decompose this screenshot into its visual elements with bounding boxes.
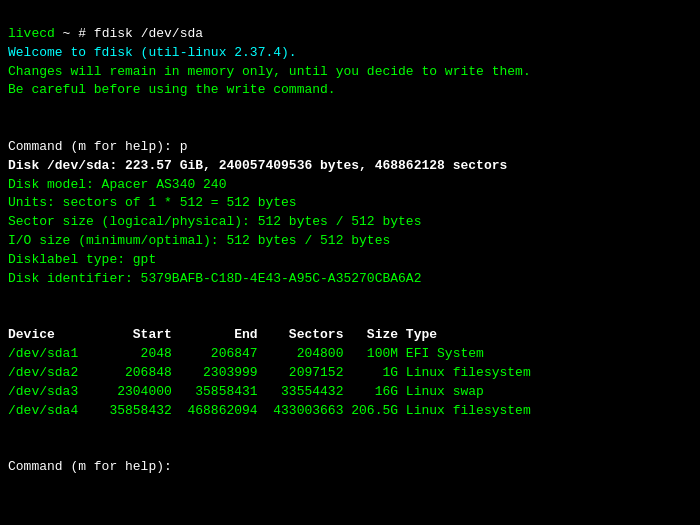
disk-info1: Disk /dev/sda: 223.57 GiB, 240057409536 … xyxy=(8,158,507,173)
disk-model: Disk model: Apacer AS340 240 xyxy=(8,177,226,192)
careful-line: Be careful before using the write comman… xyxy=(8,82,336,97)
command1: Command (m for help): p xyxy=(8,139,187,154)
table-row-2: /dev/sda2 206848 2303999 2097152 1G Linu… xyxy=(8,365,531,380)
prompt-user: livecd xyxy=(8,26,55,41)
blank2 xyxy=(8,309,16,324)
table-header: Device Start End Sectors Size Type xyxy=(8,327,437,342)
table-row-3: /dev/sda3 2304000 35858431 33554432 16G … xyxy=(8,384,484,399)
command-prompt2[interactable]: Command (m for help): xyxy=(8,459,172,474)
table-row-1: /dev/sda1 2048 206847 204800 100M EFI Sy… xyxy=(8,346,484,361)
blank1 xyxy=(8,120,16,135)
units: Units: sectors of 1 * 512 = 512 bytes xyxy=(8,195,297,210)
table-row-4: /dev/sda4 35858432 468862094 433003663 2… xyxy=(8,403,531,418)
disk-id: Disk identifier: 5379BAFB-C18D-4E43-A95C… xyxy=(8,271,421,286)
changes-line: Changes will remain in memory only, unti… xyxy=(8,64,531,79)
blank3 xyxy=(8,440,16,455)
welcome-line: Welcome to fdisk (util-linux 2.37.4). xyxy=(8,45,297,60)
terminal-window: livecd ~ # fdisk /dev/sda Welcome to fdi… xyxy=(0,0,700,525)
prompt-separator: ~ # xyxy=(55,26,94,41)
disklabel: Disklabel type: gpt xyxy=(8,252,156,267)
sector-size: Sector size (logical/physical): 512 byte… xyxy=(8,214,421,229)
io-size: I/O size (minimum/optimal): 512 bytes / … xyxy=(8,233,390,248)
prompt-command: fdisk /dev/sda xyxy=(94,26,203,41)
prompt-line: livecd ~ # fdisk /dev/sda xyxy=(8,26,203,41)
